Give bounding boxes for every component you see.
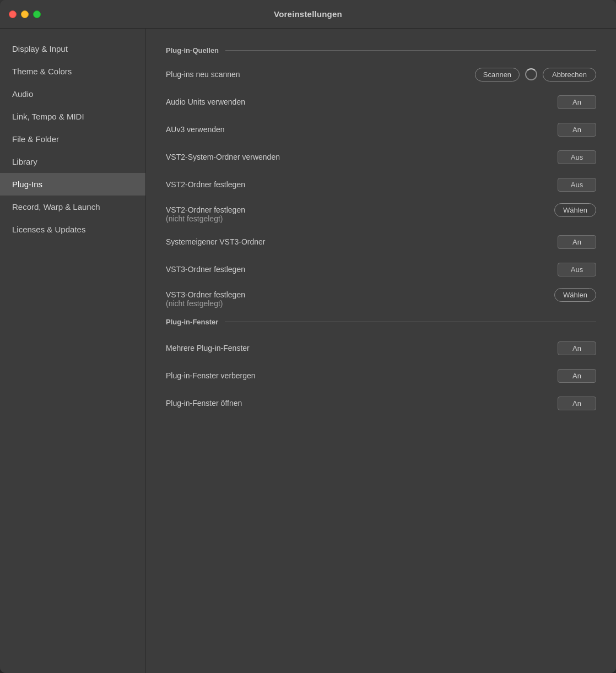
setting-row-vst2-system: VST2-System-Ordner verwendenAus [166, 148, 596, 166]
btn-auv3-0[interactable]: An [558, 123, 596, 137]
traffic-lights [9, 10, 41, 18]
btn-vst2-system-0[interactable]: Aus [558, 150, 596, 164]
setting-controls-mehrere-fenster: An [475, 341, 596, 355]
label-line1-vst2-ordner-wahlen: VST2-Ordner festlegen [166, 205, 475, 214]
setting-controls-vst3-ordner-wahlen: Wählen [475, 288, 596, 302]
label-line2-vst2-ordner-wahlen: (nicht festgelegt) [166, 214, 475, 223]
setting-label-vst3-system: Systemeigener VST3-Ordner [166, 237, 475, 246]
content-area: Display & InputTheme & ColorsAudioLink, … [0, 29, 616, 673]
btn-scan-2[interactable]: Abbrechen [543, 68, 596, 82]
setting-row-auv3: AUv3 verwendenAn [166, 121, 596, 138]
section-header-plug-in-quellen: Plug-in-Quellen [166, 46, 596, 55]
setting-row-vst2-ordner-wahlen: VST2-Ordner festlegen(nicht festgelegt)W… [166, 203, 596, 223]
setting-label-vst2-ordner: VST2-Ordner festlegen [166, 180, 475, 189]
setting-label-audio-units: Audio Units verwenden [166, 97, 475, 106]
setting-controls-vst3-system: An [475, 235, 596, 249]
label-line2-vst3-ordner-wahlen: (nicht festgelegt) [166, 299, 475, 308]
setting-row-vst3-ordner-wahlen: VST3-Ordner festlegen(nicht festgelegt)W… [166, 288, 596, 308]
setting-row-mehrere-fenster: Mehrere Plug-in-FensterAn [166, 339, 596, 357]
preferences-window: Voreinstellungen Display & InputTheme & … [0, 0, 616, 673]
setting-controls-auv3: An [475, 123, 596, 137]
window-title: Voreinstellungen [274, 9, 342, 19]
sidebar-item-file-folder[interactable]: File & Folder [0, 128, 145, 150]
setting-controls-scan: ScannenAbbrechen [475, 68, 596, 82]
btn-mehrere-fenster-0[interactable]: An [558, 341, 596, 355]
setting-label-vst3-ordner: VST3-Ordner festlegen [166, 265, 475, 274]
setting-controls-fenster-verbergen: An [475, 369, 596, 383]
setting-row-vst2-ordner: VST2-Ordner festlegenAus [166, 176, 596, 193]
setting-row-vst3-ordner: VST3-Ordner festlegenAus [166, 260, 596, 278]
setting-controls-audio-units: An [475, 95, 596, 109]
section-title-plug-in-fenster: Plug-in-Fenster [166, 318, 218, 326]
setting-label-fenster-verbergen: Plug-in-Fenster verbergen [166, 371, 475, 380]
titlebar: Voreinstellungen [0, 0, 616, 29]
setting-row-vst3-system: Systemeigener VST3-OrdnerAn [166, 233, 596, 251]
section-title-plug-in-quellen: Plug-in-Quellen [166, 46, 219, 55]
close-button[interactable] [9, 10, 17, 18]
label-line1-vst3-ordner-wahlen: VST3-Ordner festlegen [166, 290, 475, 299]
setting-row-audio-units: Audio Units verwendenAn [166, 93, 596, 111]
sidebar-item-library[interactable]: Library [0, 150, 145, 173]
section-header-plug-in-fenster: Plug-in-Fenster [166, 318, 596, 326]
setting-controls-vst2-ordner: Aus [475, 178, 596, 192]
sidebar-item-record-warp-launch[interactable]: Record, Warp & Launch [0, 196, 145, 218]
section-line-plug-in-quellen [225, 50, 596, 51]
setting-controls-vst2-system: Aus [475, 150, 596, 164]
sidebar-item-theme-colors[interactable]: Theme & Colors [0, 60, 145, 83]
sidebar-item-plug-ins[interactable]: Plug-Ins [0, 173, 145, 196]
spinner-scan [525, 68, 537, 80]
btn-vst2-ordner-wahlen-0[interactable]: Wählen [554, 203, 596, 217]
setting-row-fenster-verbergen: Plug-in-Fenster verbergenAn [166, 367, 596, 384]
sidebar-item-link-tempo-midi[interactable]: Link, Tempo & MIDI [0, 105, 145, 128]
sidebar-item-licenses-updates[interactable]: Licenses & Updates [0, 218, 145, 241]
setting-controls-vst2-ordner-wahlen: Wählen [475, 203, 596, 217]
setting-label-vst2-ordner-wahlen: VST2-Ordner festlegen(nicht festgelegt) [166, 203, 475, 223]
sidebar: Display & InputTheme & ColorsAudioLink, … [0, 29, 146, 673]
btn-fenster-verbergen-0[interactable]: An [558, 369, 596, 383]
btn-vst3-system-0[interactable]: An [558, 235, 596, 249]
main-panel: Plug-in-QuellenPlug-ins neu scannenScann… [146, 29, 616, 673]
btn-vst3-ordner-0[interactable]: Aus [558, 263, 596, 276]
setting-label-scan: Plug-ins neu scannen [166, 70, 475, 79]
btn-vst3-ordner-wahlen-0[interactable]: Wählen [554, 288, 596, 302]
sidebar-item-display-input[interactable]: Display & Input [0, 37, 145, 60]
setting-label-mehrere-fenster: Mehrere Plug-in-Fenster [166, 344, 475, 352]
btn-audio-units-0[interactable]: An [558, 95, 596, 109]
setting-label-fenster-offnen: Plug-in-Fenster öffnen [166, 399, 475, 408]
setting-row-fenster-offnen: Plug-in-Fenster öffnenAn [166, 394, 596, 412]
section-line-plug-in-fenster [225, 322, 596, 322]
sidebar-item-audio[interactable]: Audio [0, 83, 145, 105]
setting-label-vst2-system: VST2-System-Ordner verwenden [166, 153, 475, 161]
btn-vst2-ordner-0[interactable]: Aus [558, 178, 596, 192]
setting-label-auv3: AUv3 verwenden [166, 125, 475, 134]
setting-controls-vst3-ordner: Aus [475, 263, 596, 276]
btn-scan-0[interactable]: Scannen [475, 68, 520, 82]
btn-fenster-offnen-0[interactable]: An [558, 397, 596, 410]
minimize-button[interactable] [21, 10, 29, 18]
setting-label-vst3-ordner-wahlen: VST3-Ordner festlegen(nicht festgelegt) [166, 288, 475, 308]
setting-controls-fenster-offnen: An [475, 397, 596, 410]
setting-row-scan: Plug-ins neu scannenScannenAbbrechen [166, 66, 596, 83]
maximize-button[interactable] [33, 10, 41, 18]
